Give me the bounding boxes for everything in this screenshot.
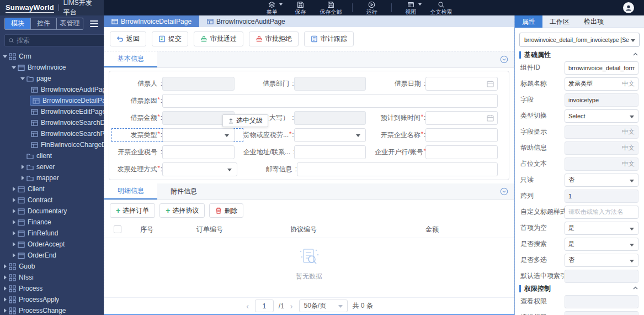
audit-trail-button[interactable]: 审计跟踪	[304, 32, 354, 46]
amount-caps-input[interactable]	[294, 111, 366, 125]
tab-controls[interactable]: 控件	[31, 18, 57, 29]
chinese-lang-badge[interactable]: 中文	[620, 160, 635, 168]
tree-item-server[interactable]: server	[0, 161, 104, 172]
tree-item-finance[interactable]: Finance	[0, 217, 104, 228]
chinese-lang-badge[interactable]: 中文	[620, 144, 635, 152]
chevron-right-icon[interactable]	[11, 198, 17, 202]
run-button[interactable]: 运行	[363, 1, 381, 15]
chevron-right-icon[interactable]	[11, 231, 17, 235]
collapse-section-icon[interactable]	[500, 55, 508, 64]
submit-button[interactable]: 提交	[152, 32, 188, 46]
save-button[interactable]: 保存	[291, 1, 310, 15]
company-bank-account-input[interactable]	[425, 145, 498, 159]
borrow-reason-input[interactable]	[162, 94, 498, 108]
field-hint-input[interactable]: 中文	[565, 125, 638, 139]
chevron-right-icon[interactable]	[11, 209, 17, 213]
first-empty-select[interactable]: 是	[565, 222, 638, 235]
borrow-dept-input[interactable]	[294, 77, 366, 91]
tree-item-contract[interactable]: Contract	[0, 195, 104, 206]
expected-arrival-input[interactable]	[425, 111, 498, 125]
fulltext-search-button[interactable]: 全文检索	[430, 1, 453, 15]
company-address-input[interactable]	[294, 145, 366, 159]
collapse-section-icon[interactable]	[500, 187, 508, 196]
chevron-right-icon[interactable]	[11, 220, 17, 224]
readonly-select[interactable]: 否	[565, 174, 638, 187]
edit-permission-input[interactable]	[565, 311, 638, 315]
tab-table-mgmt[interactable]: 表管理	[57, 18, 83, 29]
tree-item-brrowinvoicedetailpage[interactable]: BrrowInvoiceDetailPage	[0, 95, 104, 106]
tab-checkout-items[interactable]: 检出项	[577, 15, 611, 28]
select-order-button[interactable]: +选择订单	[110, 203, 155, 218]
tree-item-documentary[interactable]: Documentary	[0, 206, 104, 217]
chevron-right-icon[interactable]	[20, 165, 25, 169]
tree-item-orderaccept[interactable]: OrderAccept	[0, 239, 104, 250]
tree-item-client[interactable]: Client	[0, 183, 104, 195]
tree-item-finrefund[interactable]: FinRefund	[0, 228, 104, 239]
chinese-lang-badge[interactable]: 中文	[620, 80, 635, 88]
doc-tab-auditpage[interactable]: BrrowInvoiceAuditPage	[199, 15, 293, 27]
title-name-input[interactable]: 发票类型中文	[565, 77, 638, 91]
col-span-input[interactable]: 1	[565, 190, 638, 203]
chevron-right-icon[interactable]	[2, 264, 8, 269]
goods-tax-service-select[interactable]	[294, 128, 366, 142]
placeholder-text-input[interactable]: 中文	[565, 158, 638, 171]
chevron-right-icon[interactable]	[20, 176, 25, 180]
select-agreement-button[interactable]: +选择协议	[159, 203, 205, 218]
chevron-down-icon[interactable]	[2, 55, 8, 58]
borrow-date-input[interactable]	[425, 77, 498, 91]
save-all-button[interactable]: 保存全部	[320, 1, 342, 15]
doc-tab-detailpage[interactable]: BrrowInvoiceDetailPage	[104, 15, 199, 27]
tree-item-brrowinvoicesearchpage[interactable]: BrrowInvoiceSearchPage	[0, 128, 104, 139]
tree-item-crm[interactable]: Crm	[0, 51, 104, 62]
tab-basic-info[interactable]: 基本信息	[104, 51, 157, 67]
tree-item-brrowinvoiceeditpage[interactable]: BrrowInvoiceEditPage	[0, 106, 104, 117]
tree-item-brrowinvoicesearchdealpage[interactable]: BrrowInvoiceSearchDealPage	[0, 117, 104, 128]
tree-item-guob[interactable]: Guob	[0, 261, 104, 272]
type-switch-select[interactable]: Select	[565, 109, 638, 123]
hamburger-menu-icon[interactable]	[89, 19, 99, 28]
tree-item-processchange[interactable]: ProcessChange	[0, 305, 104, 315]
chevron-down-icon[interactable]	[20, 77, 25, 80]
company-tax-no-input[interactable]	[162, 145, 235, 159]
view-permission-input[interactable]	[565, 295, 638, 308]
tab-detail-info[interactable]: 明细信息	[104, 183, 157, 200]
invoice-handle-method-select[interactable]	[162, 162, 237, 176]
chevron-right-icon[interactable]	[2, 275, 8, 280]
chevron-right-icon[interactable]	[11, 187, 17, 191]
tab-workspace[interactable]: 工作区	[542, 15, 577, 28]
mail-info-input[interactable]	[297, 162, 498, 176]
searchable-select[interactable]: 是	[565, 238, 638, 251]
chevron-right-icon[interactable]	[11, 242, 17, 246]
borrower-input[interactable]	[162, 77, 235, 91]
tab-modules[interactable]: 模块	[5, 18, 31, 29]
back-button[interactable]: 返回	[110, 32, 146, 46]
tree-item-processapply[interactable]: ProcessApply	[0, 294, 104, 305]
component-id-input[interactable]: brrowinvoice_detail_form_invoicetype	[565, 61, 638, 75]
invoice-type-select[interactable]	[162, 128, 235, 142]
chinese-lang-badge[interactable]: 中文	[620, 128, 635, 136]
search-input[interactable]	[17, 36, 102, 44]
select-parent-tooltip[interactable]: 选中父级	[222, 114, 268, 127]
approve-button[interactable]: 审批通过	[194, 32, 243, 46]
section-basic-properties[interactable]: 基础属性	[515, 50, 644, 60]
custom-title-style-input[interactable]: 请双击或输入方法名	[565, 206, 638, 219]
component-selector[interactable]: brrowinvoice_detail_form_invoicetype [Se…	[519, 33, 640, 47]
tree-item-client-folder[interactable]: client	[0, 150, 104, 161]
section-permission-control[interactable]: 权限控制	[515, 284, 644, 293]
prev-page-icon[interactable]: ‹	[245, 302, 250, 311]
tree-item-process[interactable]: Process	[0, 283, 104, 294]
view-button[interactable]: 视图	[402, 1, 421, 15]
tree-item-brrowinvoice[interactable]: BrrowInvoice	[0, 62, 104, 73]
default-index-input[interactable]	[565, 270, 638, 283]
help-info-input[interactable]: 中文	[565, 141, 638, 155]
tab-properties[interactable]: 属性	[515, 15, 542, 28]
tree-item-page[interactable]: page	[0, 73, 104, 84]
next-page-icon[interactable]: ›	[289, 302, 294, 311]
tree-item-mapper[interactable]: mapper	[0, 172, 104, 183]
chevron-right-icon[interactable]	[2, 297, 8, 302]
chevron-down-icon[interactable]	[11, 66, 17, 69]
field-name-input[interactable]: invoicetype	[565, 93, 638, 107]
chevron-right-icon[interactable]	[2, 308, 8, 313]
user-avatar[interactable]	[623, 2, 634, 13]
page-size-select[interactable]: 50条/页	[299, 300, 348, 312]
